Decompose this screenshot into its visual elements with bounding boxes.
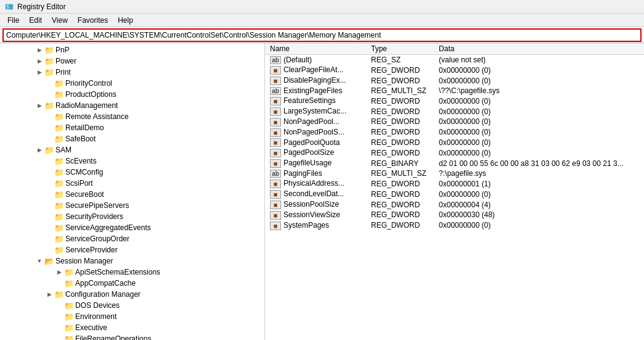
tree-label-scmconfig: SCMConfig [65,168,103,176]
reg-entry-name: abExistingPageFiles [265,86,366,96]
tree-item-secureboot[interactable]: 📁 SecureBoot [0,189,264,200]
reg-name-text: PagedPoolQuota [283,138,340,147]
tree-item-configurationmanager[interactable]: ▶ 📁 Configuration Manager [0,289,264,300]
table-row[interactable]: ■SessionViewSizeREG_DWORD0x00000030 (48) [265,210,644,220]
table-row[interactable]: ■PhysicalAddress...REG_DWORD0x00000001 (… [265,178,644,189]
tree-label-secureboot: SecureBoot [65,190,104,199]
col-header-type[interactable]: Type [366,43,434,55]
reg-entry-data: 0x00000000 (0) [434,138,644,148]
tree-label-sessionmanager: Session Manager [55,257,113,265]
reg-entry-data: 0x00000000 (0) [434,65,644,75]
menu-view[interactable]: View [47,15,73,26]
reg-entry-type: REG_SZ [366,55,434,65]
reg-entry-data: d2 01 00 00 55 6c 00 00 a8 31 03 00 62 e… [434,158,644,168]
table-row[interactable]: ■NonPagedPoolS...REG_DWORD0x00000000 (0) [265,127,644,138]
reg-entry-type: REG_MULTI_SZ [366,168,434,178]
reg-entry-type: REG_DWORD [366,117,434,127]
expander-print: ▶ [35,69,44,75]
tree-item-serviceaggregatedevents[interactable]: 📁 ServiceAggregatedEvents [0,222,264,233]
tree-item-productoptions[interactable]: 📁 ProductOptions [0,89,264,100]
dword-value-icon: ■ [270,97,281,106]
folder-icon-productoptions: 📁 [54,90,64,99]
title-bar: Registry Editor [0,0,644,14]
tree-item-apisetschemaextensions[interactable]: ▶ 📁 ApiSetSchemaExtensions [0,267,264,278]
folder-icon-apisetschemaextensions: 📁 [64,268,74,277]
menu-help[interactable]: Help [113,15,138,26]
tree-item-pnp[interactable]: ▶ 📁 PnP [0,44,264,56]
tree-item-power[interactable]: ▶ 📁 Power [0,56,264,67]
reg-name-text: SessionPoolSize [283,200,339,209]
reg-entry-data: 0x00000000 (0) [434,106,644,117]
tree-item-prioritycontrol[interactable]: 📁 PriorityControl [0,78,264,89]
main-content: ▶ 📁 PnP ▶ 📁 Power ▶ 📁 Print 📁 PriorityCo… [0,43,644,340]
tree-item-dosdevices[interactable]: 📁 DOS Devices [0,300,264,311]
tree-item-scmconfig[interactable]: 📁 SCMConfig [0,167,264,178]
folder-icon-print: 📁 [44,68,54,77]
tree-label-apisetschemaextensions: ApiSetSchemaExtensions [75,268,160,276]
expander-power: ▶ [35,58,44,64]
col-header-name[interactable]: Name [265,43,366,55]
tree-item-sessionmanager[interactable]: ▼ 📂 Session Manager [0,255,264,267]
tree-label-power: Power [55,57,76,65]
menu-favorites[interactable]: Favorites [73,15,113,26]
table-row[interactable]: abExistingPageFilesREG_MULTI_SZ\??\C:\pa… [265,86,644,96]
tree-label-executive: Executive [75,323,107,332]
folder-icon-scsiport: 📁 [54,179,64,188]
tree-item-remoteassistance[interactable]: 📁 Remote Assistance [0,111,264,122]
reg-entry-name: ■LargeSystemCac... [265,106,366,117]
tree-item-securepipeservers[interactable]: 📁 SecurePipeServers [0,200,264,211]
table-row[interactable]: ab(Default)REG_SZ(value not set) [265,55,644,65]
tree-item-sam[interactable]: ▶ 📁 SAM [0,144,264,155]
tree-label-environment: Environment [75,312,116,321]
tree-item-serviceprovider[interactable]: 📁 ServiceProvider [0,244,264,255]
reg-entry-name: ■DisablePagingEx... [265,75,366,86]
registry-table: Name Type Data ab(Default)REG_SZ(value n… [265,43,644,231]
folder-icon-safeboot: 📁 [54,135,64,144]
table-row[interactable]: abPagingFilesREG_MULTI_SZ?:\pagefile.sys [265,168,644,178]
table-row[interactable]: ■SystemPagesREG_DWORD0x00000000 (0) [265,220,644,231]
tree-item-securityproviders[interactable]: 📁 SecurityProviders [0,211,264,222]
dword-value-icon: ■ [270,118,281,126]
table-row[interactable]: ■SecondLevelDat...REG_DWORD0x00000000 (0… [265,189,644,199]
tree-item-environment[interactable]: 📁 Environment [0,311,264,322]
menu-file[interactable]: File [2,15,24,26]
dword-value-icon: ■ [270,201,281,209]
tree-item-scsiport[interactable]: 📁 ScsiPort [0,178,264,189]
table-row[interactable]: ■PagedPoolQuotaREG_DWORD0x00000000 (0) [265,138,644,148]
table-row[interactable]: ■FeatureSettingsREG_DWORD0x00000000 (0) [265,96,644,106]
table-row[interactable]: ■PagefileUsageREG_BINARYd2 01 00 00 55 6… [265,158,644,168]
table-row[interactable]: ■SessionPoolSizeREG_DWORD0x00000004 (4) [265,199,644,210]
reg-name-text: SystemPages [283,221,329,230]
reg-entry-type: REG_DWORD [366,106,434,117]
menu-edit[interactable]: Edit [24,15,47,26]
folder-icon-secureboot: 📁 [54,190,64,199]
tree-panel[interactable]: ▶ 📁 PnP ▶ 📁 Power ▶ 📁 Print 📁 PriorityCo… [0,43,265,340]
col-header-data[interactable]: Data [434,43,644,55]
tree-item-radiomanagement[interactable]: ▶ 📁 RadioManagement [0,100,264,111]
tree-item-safeboot[interactable]: 📁 SafeBoot [0,133,264,144]
table-row[interactable]: ■DisablePagingEx...REG_DWORD0x00000000 (… [265,75,644,86]
address-input[interactable] [2,28,642,42]
tree-item-retaildemo[interactable]: 📁 RetailDemo [0,122,264,133]
tree-item-print[interactable]: ▶ 📁 Print [0,67,264,78]
tree-item-servicegrouporder[interactable]: 📁 ServiceGroupOrder [0,233,264,244]
table-row[interactable]: ■LargeSystemCac...REG_DWORD0x00000000 (0… [265,106,644,117]
tree-item-appcompatcache[interactable]: 📁 AppCompatCache [0,278,264,289]
tree-label-configurationmanager: Configuration Manager [65,290,141,299]
tree-label-print: Print [55,68,71,77]
tree-item-filerename[interactable]: 📁 FileRenameOperations [0,333,264,340]
registry-editor-icon [5,2,14,11]
svg-rect-3 [7,8,9,9]
reg-entry-name: ■PagefileUsage [265,158,366,168]
tree-item-scevents[interactable]: 📁 ScEvents [0,155,264,167]
table-row[interactable]: ■PagedPoolSizeREG_DWORD0x00000000 (0) [265,147,644,158]
table-row[interactable]: ■NonPagedPool...REG_DWORD0x00000000 (0) [265,117,644,127]
reg-entry-type: REG_BINARY [366,158,434,168]
tree-label-serviceaggregatedevents: ServiceAggregatedEvents [65,223,151,232]
reg-name-text: PagingFiles [283,169,322,178]
folder-icon-appcompatcache: 📁 [64,279,74,288]
reg-entry-data: 0x00000001 (1) [434,178,644,189]
tree-item-executive[interactable]: 📁 Executive [0,322,264,333]
folder-icon-scevents: 📁 [54,157,64,166]
table-row[interactable]: ■ClearPageFileAt...REG_DWORD0x00000000 (… [265,65,644,75]
